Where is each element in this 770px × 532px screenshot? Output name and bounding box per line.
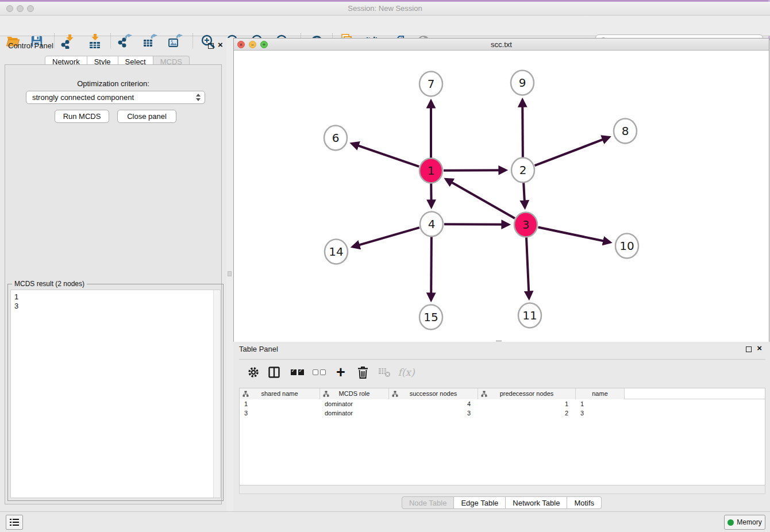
cell-shared-name[interactable]: 3 (240, 408, 320, 418)
status-bar: Memory (0, 511, 770, 532)
tab-network-table[interactable]: Network Table (506, 496, 567, 509)
edge-3-1[interactable] (446, 179, 515, 218)
svg-text:8: 8 (622, 124, 629, 138)
control-panel-title: Control Panel (8, 41, 53, 50)
tab-edge-table[interactable]: Edge Table (454, 496, 506, 509)
graph-node-14[interactable]: 14 (325, 240, 348, 264)
node-table: shared name MCDS role successor nodes pr… (239, 388, 765, 485)
table-panel-title: Table Panel (239, 345, 278, 353)
splitter-grip[interactable] (228, 271, 232, 276)
settings-gear-icon[interactable] (246, 365, 261, 380)
function-builder-icon[interactable]: f(x) (399, 365, 414, 380)
graph-node-10[interactable]: 10 (615, 234, 638, 259)
network-canvas-svg: 7968124314101511 (234, 51, 769, 342)
cell-mcds-role[interactable]: dominator (320, 399, 389, 408)
network-window-titlebar[interactable]: × − + scc.txt (234, 38, 769, 51)
table-float-panel-icon[interactable] (746, 346, 752, 352)
column-type-icon (481, 391, 487, 397)
mcds-result-textarea[interactable]: 1 3 (10, 290, 221, 498)
mcds-result-title: MCDS result (2 nodes) (12, 280, 87, 288)
graph-node-15[interactable]: 15 (419, 305, 442, 330)
edge-3-10[interactable] (538, 228, 610, 242)
graph-node-1[interactable]: 1 (419, 159, 442, 183)
criterion-select[interactable]: strongly connected component (26, 91, 205, 104)
svg-text:10: 10 (619, 239, 634, 253)
cell-predecessor-nodes[interactable]: 1 (478, 399, 576, 408)
float-panel-icon[interactable] (208, 43, 214, 49)
result-scrollbar[interactable] (213, 290, 220, 498)
close-panel-button[interactable]: Close panel (117, 110, 176, 123)
select-updown-icon (196, 94, 201, 101)
delete-table-icon[interactable] (377, 365, 392, 380)
close-panel-icon[interactable]: × (218, 40, 223, 50)
table-row[interactable]: 1 dominator 4 1 1 (240, 399, 765, 408)
table-row[interactable]: 3 dominator 3 2 3 (240, 408, 765, 418)
column-chooser-icon[interactable] (267, 365, 282, 380)
table-close-panel-icon[interactable]: × (757, 343, 762, 353)
table-toolbar: + f(x) (239, 359, 765, 384)
run-mcds-button[interactable]: Run MCDS (55, 110, 109, 123)
column-header-name[interactable]: name (576, 388, 625, 399)
control-panel: Control Panel × Network Style Select MCD… (0, 38, 226, 511)
svg-text:7: 7 (428, 77, 435, 91)
svg-text:14: 14 (329, 245, 343, 259)
cell-name[interactable]: 1 (576, 399, 625, 408)
panel-splitter[interactable] (226, 38, 233, 511)
graph-node-4[interactable]: 4 (420, 212, 443, 237)
column-header-shared-name[interactable]: shared name (240, 388, 320, 399)
deselect-all-icon[interactable] (311, 365, 326, 380)
memory-button[interactable]: Memory (724, 515, 765, 530)
graph-node-7[interactable]: 7 (419, 72, 442, 97)
cell-successor-nodes[interactable]: 3 (389, 408, 478, 418)
edge-2-8[interactable] (535, 137, 609, 165)
window-title: Session: New Session (0, 4, 770, 13)
edge-4-14[interactable] (353, 228, 419, 247)
add-row-icon[interactable]: + (333, 365, 348, 380)
cell-shared-name[interactable]: 1 (240, 399, 320, 408)
column-header-predecessor-nodes[interactable]: predecessor nodes (478, 388, 576, 399)
result-line: 1 (14, 292, 220, 302)
edge-4-15[interactable] (431, 237, 432, 300)
graph-node-9[interactable]: 9 (511, 71, 534, 95)
mcds-tab-content: Optimization criterion: strongly connect… (5, 64, 222, 504)
tab-motifs[interactable]: Motifs (567, 496, 602, 509)
network-view-window: × − + scc.txt 7968124314101511 (233, 38, 769, 343)
graph-node-3[interactable]: 3 (514, 213, 537, 237)
optimization-criterion-label: Optimization criterion: (5, 79, 221, 88)
cell-predecessor-nodes[interactable]: 2 (478, 408, 576, 418)
svg-text:11: 11 (522, 309, 537, 322)
select-all-icon[interactable] (290, 365, 305, 380)
cell-successor-nodes[interactable]: 4 (389, 399, 478, 408)
graph-node-6[interactable]: 6 (324, 126, 347, 151)
result-line: 3 (14, 302, 220, 311)
column-type-icon (392, 391, 398, 397)
task-history-button[interactable] (6, 515, 23, 530)
edge-2-9[interactable] (522, 100, 523, 157)
svg-text:6: 6 (332, 131, 340, 145)
edge-3-11[interactable] (526, 237, 529, 298)
svg-text:2: 2 (519, 163, 527, 177)
graph-node-8[interactable]: 8 (614, 119, 637, 144)
edge-1-6[interactable] (352, 144, 419, 167)
memory-status-icon (727, 519, 734, 526)
main-toolbar (0, 16, 770, 36)
column-header-mcds-role[interactable]: MCDS role (320, 388, 389, 399)
table-horizontal-scrollbar[interactable] (239, 485, 765, 494)
network-canvas[interactable]: 7968124314101511 (234, 51, 769, 342)
graph-node-2[interactable]: 2 (511, 158, 534, 183)
cytoscape-window: Session: New Session (0, 0, 770, 532)
edge-1-2[interactable] (444, 170, 506, 171)
tab-node-table[interactable]: Node Table (402, 496, 455, 509)
edge-4-3[interactable] (444, 224, 509, 225)
cell-mcds-role[interactable]: dominator (320, 408, 389, 418)
cell-name[interactable]: 3 (576, 408, 625, 418)
delete-row-trash-icon[interactable] (355, 365, 370, 380)
column-header-successor-nodes[interactable]: successor nodes (389, 388, 478, 399)
svg-text:1: 1 (428, 164, 435, 178)
table-panel: Table Panel × + f(x) (233, 342, 770, 511)
svg-text:15: 15 (424, 310, 438, 324)
svg-text:3: 3 (522, 218, 530, 232)
edge-2-3[interactable] (523, 183, 525, 207)
graph-node-11[interactable]: 11 (518, 303, 541, 328)
mcds-result-group: MCDS result (2 nodes) 1 3 (7, 284, 224, 501)
